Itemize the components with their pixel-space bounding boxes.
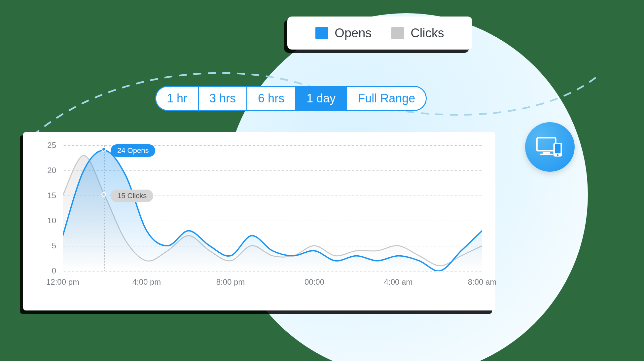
time-range-selector: 1 hr 3 hrs 6 hrs 1 day Full Range	[155, 86, 427, 111]
x-tick-label: 8:00 pm	[216, 277, 245, 287]
x-tick-label: 00:00	[304, 277, 324, 287]
x-tick-label: 4:00 am	[384, 277, 413, 287]
y-tick-label: 25	[47, 141, 56, 150]
legend-item-opens[interactable]: Opens	[315, 26, 372, 40]
square-icon	[315, 27, 328, 39]
chart-legend: Opens Clicks	[287, 17, 472, 50]
svg-rect-4	[555, 144, 561, 153]
area-opens	[63, 150, 482, 271]
x-tick-label: 12:00 pm	[46, 277, 79, 287]
tooltip-opens: 24 Opens	[111, 144, 155, 157]
range-option-6hrs[interactable]: 6 hrs	[247, 87, 296, 110]
y-tick-label: 15	[47, 191, 56, 200]
chart-svg	[63, 145, 482, 271]
range-option-full[interactable]: Full Range	[347, 87, 426, 110]
tooltip-clicks: 15 Clicks	[111, 190, 153, 202]
chart-plot: 0510152025 12:00 pm4:00 pm8:00 pm00:004:…	[36, 145, 482, 301]
svg-point-5	[557, 154, 558, 156]
plot-area[interactable]	[63, 145, 482, 271]
y-tick-label: 20	[47, 166, 56, 175]
y-tick-label: 10	[47, 216, 56, 225]
chart-card: 0510152025 12:00 pm4:00 pm8:00 pm00:004:…	[23, 132, 495, 310]
legend-label: Clicks	[411, 26, 444, 40]
legend-item-clicks[interactable]: Clicks	[391, 26, 444, 40]
gridline	[63, 271, 482, 271]
x-tick-label: 8:00 am	[468, 277, 497, 287]
square-icon	[391, 27, 404, 39]
y-tick-label: 5	[52, 241, 56, 250]
svg-rect-2	[540, 154, 553, 155]
svg-rect-0	[537, 138, 556, 151]
marker-clicks	[101, 192, 106, 197]
svg-rect-1	[543, 152, 550, 154]
desktop-mobile-icon	[535, 135, 565, 159]
legend-label: Opens	[335, 26, 372, 40]
device-badge[interactable]	[525, 122, 575, 172]
y-axis-labels: 0510152025	[36, 145, 59, 271]
range-option-1day[interactable]: 1 day	[296, 87, 347, 110]
x-tick-label: 4:00 pm	[132, 277, 161, 287]
y-tick-label: 0	[52, 266, 56, 275]
range-option-1hr[interactable]: 1 hr	[156, 87, 199, 110]
range-option-3hrs[interactable]: 3 hrs	[199, 87, 247, 110]
